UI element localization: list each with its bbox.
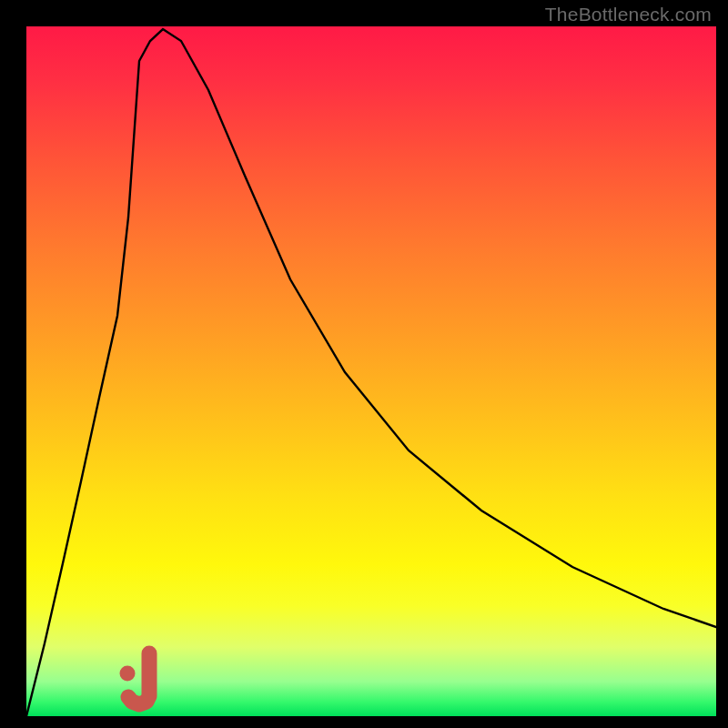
chart-frame: TheBottleneck.com — [0, 0, 728, 728]
chart-overlay — [26, 26, 716, 716]
j-marker-dot — [120, 666, 136, 682]
bottleneck-curve — [26, 29, 716, 716]
plot-area — [26, 26, 716, 716]
watermark-label: TheBottleneck.com — [545, 4, 712, 25]
